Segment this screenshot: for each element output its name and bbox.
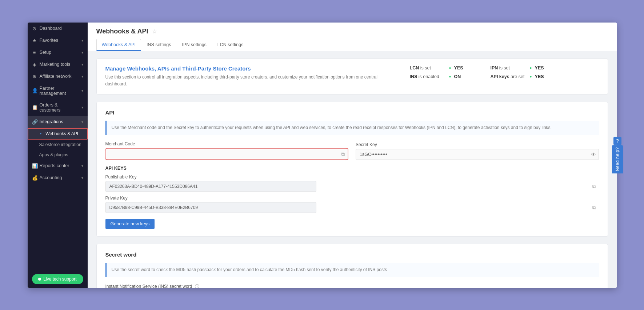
- orders-icon: 📋: [32, 105, 37, 110]
- sidebar-item-label: Partner management: [40, 86, 79, 96]
- api-section-card: API Use the Merchant code and the Secret…: [96, 102, 608, 237]
- private-key-copy-button[interactable]: ⧉: [592, 204, 597, 212]
- sidebar-sub-item-label: Salesforce integration: [39, 142, 81, 147]
- info-banner: Manage Webhooks, APIs and Third-Party St…: [96, 59, 608, 94]
- info-banner-right: LCN is set ● YES INS is enabled ● ON: [410, 65, 599, 79]
- tab-ins-settings[interactable]: INS settings: [141, 39, 176, 51]
- support-dot: [38, 278, 41, 281]
- sidebar-item-accounting[interactable]: 💰 Accounting ▾: [28, 172, 88, 184]
- sidebar-sub-item-salesforce[interactable]: Salesforce integration: [28, 140, 88, 150]
- api-keys-title: API KEYS: [105, 166, 599, 171]
- secret-word-description: Use the secret word to check the MD5 has…: [105, 263, 599, 277]
- sidebar-item-label: Integrations: [40, 119, 63, 124]
- chevron-down-icon: ▾: [81, 164, 83, 168]
- ipn-status-dot: ●: [530, 66, 532, 70]
- merchant-code-label: Merchant Code: [105, 141, 349, 146]
- sidebar-item-marketing-tools[interactable]: ◈ Marketing tools ▾: [28, 59, 88, 71]
- integrations-icon: 🔗: [32, 119, 37, 125]
- favorite-star-icon[interactable]: ☆: [152, 28, 157, 35]
- chevron-down-icon: ▾: [81, 105, 83, 109]
- ipn-status-row: IPN is set ● YES: [491, 65, 549, 71]
- publishable-key-input[interactable]: [105, 181, 316, 192]
- sidebar-item-label: Marketing tools: [40, 62, 71, 67]
- tab-bar: Webhooks & API INS settings IPN settings…: [96, 39, 608, 51]
- api-keys-status-dot: ●: [530, 75, 532, 78]
- sidebar-item-integrations[interactable]: 🔗 Integrations ▾: [28, 116, 88, 128]
- sidebar-item-orders-customers[interactable]: 📋 Orders & customers ▾: [28, 99, 88, 116]
- lcn-status-dot: ●: [449, 66, 451, 70]
- setup-icon: ≡: [32, 50, 37, 55]
- sidebar-item-favorites[interactable]: ★ Favorites ▾: [28, 35, 88, 47]
- content-body: Manage Webhooks, APIs and Third-Party St…: [88, 51, 617, 288]
- chevron-down-icon: ▾: [81, 63, 83, 67]
- sidebar-item-label: Setup: [40, 50, 52, 55]
- sidebar-item-affiliate-network[interactable]: ⊕ Affiliate network ▾: [28, 71, 88, 82]
- marketing-icon: ◈: [32, 62, 37, 67]
- live-tech-support-button[interactable]: Live tech support: [32, 274, 83, 284]
- secret-key-show-button[interactable]: 👁: [590, 151, 597, 158]
- merchant-code-copy-button[interactable]: ⧉: [340, 150, 345, 158]
- secret-key-input[interactable]: [356, 149, 599, 160]
- sidebar-item-setup[interactable]: ≡ Setup ▾: [28, 47, 88, 59]
- sidebar-sub-item-apps-plugins[interactable]: Apps & plugins: [28, 150, 88, 160]
- chevron-down-icon: ▾: [81, 176, 83, 180]
- help-question-button[interactable]: ?: [613, 137, 617, 145]
- ins-secret-word-label: Instant Notification Service (INS) secre…: [105, 283, 247, 287]
- info-banner-left: Manage Webhooks, APIs and Third-Party St…: [105, 65, 395, 88]
- dashboard-icon: ⊙: [32, 26, 37, 31]
- tab-lcn-settings[interactable]: LCN settings: [212, 39, 249, 51]
- sidebar-item-label: Accounting: [40, 175, 62, 180]
- api-section-description: Use the Merchant code and the Secret key…: [105, 121, 599, 135]
- chevron-down-icon: ▾: [81, 39, 83, 43]
- tab-ipn-settings[interactable]: IPN settings: [176, 39, 212, 51]
- sidebar-sub-item-label: Apps & plugins: [39, 152, 68, 157]
- sidebar-item-label: Dashboard: [40, 26, 62, 31]
- api-section-title: API: [105, 109, 599, 116]
- live-support-label: Live tech support: [43, 277, 76, 282]
- lcn-status-row: LCN is set ● YES: [410, 65, 469, 71]
- page-title: Webhooks & API: [96, 28, 148, 35]
- sidebar-item-label: Orders & customers: [40, 102, 79, 113]
- partner-icon: 👤: [32, 88, 37, 93]
- merchant-code-group: Merchant Code ⧉: [105, 141, 349, 160]
- private-key-label: Private Key: [105, 196, 599, 201]
- favorites-icon: ★: [32, 38, 37, 43]
- main-content: Webhooks & API ☆ Webhooks & API INS sett…: [88, 23, 617, 288]
- chevron-down-icon: ▾: [81, 89, 83, 93]
- api-keys-section: API KEYS Publishable Key ⧉ Private Key ⧉: [105, 166, 599, 213]
- sidebar-item-partner-management[interactable]: 👤 Partner management ▾: [28, 82, 88, 99]
- secret-key-label: Secret Key: [356, 142, 599, 147]
- secret-word-title: Secret word: [105, 251, 599, 258]
- info-banner-title: Manage Webhooks, APIs and Third-Party St…: [105, 65, 395, 72]
- tab-webhooks-api[interactable]: Webhooks & API: [96, 39, 141, 51]
- reports-icon: 📊: [32, 163, 37, 169]
- need-help-button[interactable]: Need help?: [612, 145, 617, 173]
- publishable-key-label: Publishable Key: [105, 174, 599, 180]
- ins-info-icon: ⓘ: [195, 284, 199, 287]
- ins-status-dot: ●: [449, 75, 451, 78]
- chevron-down-icon: ▾: [81, 120, 83, 124]
- publishable-key-group: Publishable Key ⧉: [105, 174, 599, 192]
- generate-new-keys-button[interactable]: Generate new keys: [105, 219, 155, 229]
- ins-status-row: INS is enabled ● ON: [410, 74, 469, 79]
- accounting-icon: 💰: [32, 175, 37, 181]
- ins-secret-word-group: Instant Notification Service (INS) secre…: [105, 283, 247, 287]
- publishable-key-copy-button[interactable]: ⧉: [592, 183, 597, 190]
- sidebar-item-label: Reports center: [40, 163, 69, 168]
- secret-word-section-card: Secret word Use the secret word to check…: [96, 244, 608, 287]
- sidebar-sub-item-label: Webhooks & API: [45, 131, 78, 136]
- private-key-input[interactable]: [105, 202, 316, 213]
- merchant-secret-row: Merchant Code ⧉ Secret Key 👁: [105, 141, 599, 160]
- private-key-group: Private Key ⧉: [105, 196, 599, 213]
- merchant-code-input[interactable]: [106, 149, 348, 159]
- chevron-down-icon: ▾: [81, 75, 83, 78]
- api-keys-status-row: API keys are set ● YES: [491, 74, 549, 79]
- sidebar-sub-item-webhooks-api[interactable]: Webhooks & API: [28, 128, 88, 140]
- sidebar-item-label: Favorites: [40, 38, 58, 43]
- info-banner-description: Use this section to control all integrat…: [105, 74, 395, 88]
- sidebar-item-reports-center[interactable]: 📊 Reports center ▾: [28, 160, 88, 172]
- sidebar-item-label: Affiliate network: [40, 74, 72, 79]
- sidebar-item-dashboard[interactable]: ⊙ Dashboard: [28, 23, 88, 35]
- secret-key-group: Secret Key 👁: [356, 142, 599, 160]
- affiliate-icon: ⊕: [32, 74, 37, 79]
